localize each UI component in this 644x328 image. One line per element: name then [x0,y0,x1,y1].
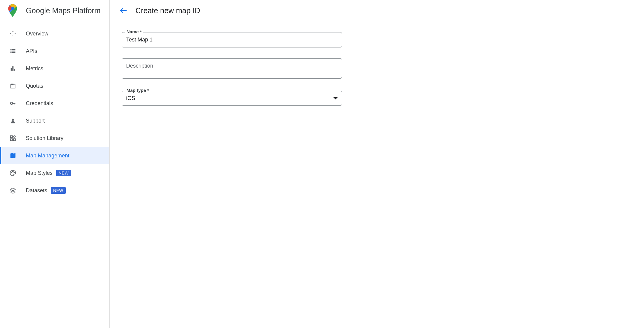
svg-rect-6 [12,52,15,53]
create-map-form: Name * Map type * iOS [110,21,644,117]
map-type-label: Map type * [125,88,150,93]
sidebar-item-label: Solution Library [26,135,63,141]
main-header: Create new map ID [110,0,644,21]
key-icon [9,99,17,107]
sidebar: Google Maps Platform Overview APIs Metri… [0,0,110,328]
main-content: Create new map ID Name * Map type * iOS [110,0,644,328]
sidebar-item-map-styles[interactable]: Map Styles NEW [0,164,109,182]
sidebar-item-label: Support [26,118,45,124]
svg-point-23 [13,171,14,172]
map-type-value: iOS [126,95,135,102]
palette-icon [9,169,17,177]
sidebar-item-map-management[interactable]: Map Management [0,147,109,164]
name-input[interactable] [122,32,342,47]
svg-rect-7 [11,68,12,71]
svg-rect-1 [11,49,12,50]
api-icon [9,30,17,38]
sidebar-item-label: Metrics [26,65,43,72]
svg-rect-9 [14,69,15,71]
layers-icon [9,187,17,194]
google-maps-logo-icon [8,4,17,17]
arrow-left-icon [119,6,128,15]
svg-rect-20 [11,139,12,141]
person-icon [9,117,17,125]
map-type-select[interactable]: iOS [122,91,342,106]
svg-rect-21 [14,139,15,141]
sidebar-item-label: Map Management [26,153,69,159]
sidebar-item-metrics[interactable]: Metrics [0,60,109,77]
sidebar-header: Google Maps Platform [0,0,109,21]
sidebar-item-support[interactable]: Support [0,112,109,129]
svg-rect-2 [12,49,15,50]
product-title: Google Maps Platform [26,6,101,15]
svg-rect-5 [11,52,12,53]
map-type-field: Map type * iOS [122,91,342,106]
svg-rect-10 [11,84,15,88]
svg-rect-4 [12,51,15,52]
sidebar-item-datasets[interactable]: Datasets NEW [0,182,109,199]
svg-point-24 [14,172,15,173]
sidebar-item-credentials[interactable]: Credentials [0,95,109,112]
svg-point-18 [12,119,14,121]
back-button[interactable] [117,5,129,17]
svg-point-15 [11,102,13,104]
quota-icon [9,82,17,90]
sidebar-item-label: Datasets [26,187,47,194]
sidebar-item-label: APIs [26,48,37,54]
svg-rect-19 [11,136,12,138]
description-field [122,58,342,80]
chevron-down-icon [333,97,338,99]
page-title: Create new map ID [135,6,200,15]
sidebar-item-overview[interactable]: Overview [0,25,109,42]
svg-rect-8 [12,66,14,71]
new-badge: NEW [51,187,66,194]
name-field: Name * [122,32,342,47]
sidebar-item-label: Map Styles [26,170,53,176]
sidebar-item-label: Overview [26,31,48,37]
sidebar-item-label: Quotas [26,83,43,89]
name-label: Name * [125,29,143,34]
sidebar-nav: Overview APIs Metrics Quotas [0,21,109,199]
new-badge: NEW [56,170,71,176]
description-input[interactable] [122,58,342,79]
svg-rect-17 [15,103,15,105]
chart-icon [9,65,17,72]
grid-icon [9,134,17,142]
svg-point-22 [11,172,12,173]
svg-point-0 [11,7,14,10]
sidebar-item-apis[interactable]: APIs [0,42,109,60]
sidebar-item-quotas[interactable]: Quotas [0,77,109,95]
svg-rect-3 [11,51,12,52]
sidebar-item-solution-library[interactable]: Solution Library [0,129,109,147]
list-icon [9,47,17,55]
sidebar-item-label: Credentials [26,100,53,107]
map-icon [9,152,17,159]
